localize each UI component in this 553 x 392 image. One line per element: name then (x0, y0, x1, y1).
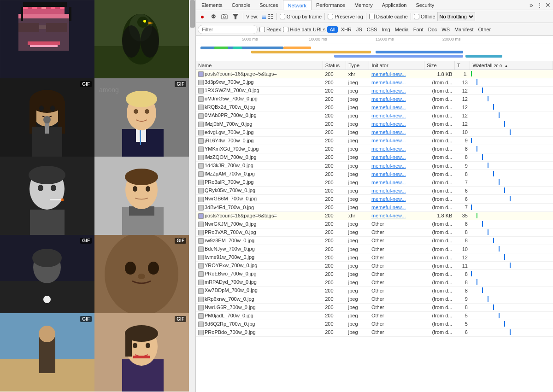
table-row[interactable]: NwrLG6R_700w_0.jpg200jpegOther(from d...… (196, 303, 553, 311)
image-cell-trump[interactable]: GIF among (94, 78, 189, 157)
preserve-log-label[interactable]: Preserve log (328, 14, 363, 19)
col-status[interactable]: Status (323, 61, 346, 70)
waterfall-cell (470, 320, 553, 328)
table-row[interactable]: lwme91w_700w_0.jpg200jpegOther(from d...… (196, 253, 553, 262)
table-row[interactable]: YMKmXGd_700w_0.jpg200jpegmemeful-new...(… (196, 145, 553, 153)
table-row[interactable]: 1RXGWZM_700w_0.jpg200jpegmemeful-new...(… (196, 87, 553, 95)
disable-cache-label[interactable]: Disable cache (369, 14, 408, 19)
media-filter-button[interactable]: Media (394, 26, 410, 33)
other-filter-button[interactable]: Other (477, 26, 493, 33)
left-scrollbar[interactable] (189, 0, 196, 392)
table-row[interactable]: posts?count=16&page=6&tags=200xhrmemeful… (196, 211, 553, 220)
table-row[interactable]: kRp6xnw_700w_0.jpg200jpegOther(from d...… (196, 295, 553, 303)
all-filter-button[interactable]: All (327, 26, 337, 33)
table-row[interactable]: 0MAb0PR_700w_0.jpg200jpegmemeful-new...(… (196, 111, 553, 120)
network-requests-table[interactable]: Name Status Type Initiator Size T Waterf… (196, 61, 553, 392)
svg-rect-10 (23, 9, 65, 14)
filter-button[interactable] (231, 12, 240, 21)
table-row[interactable]: mRPADyd_700w_0.jpg200jpegOther(from d...… (196, 278, 553, 287)
js-filter-button[interactable]: JS (355, 26, 364, 33)
filter-input[interactable] (198, 25, 258, 34)
tab-application[interactable]: Application (377, 0, 412, 10)
table-row[interactable]: Xw7DDpM_700w_0.jpg200jpegOther(from d...… (196, 287, 553, 295)
doc-filter-button[interactable]: Doc (427, 26, 439, 33)
image-cell-man-smoking[interactable] (0, 157, 94, 235)
table-row[interactable]: 9d6Q2Rp_700w_0.jpg200jpegOther(from d...… (196, 320, 553, 328)
tab-memory[interactable]: Memory (350, 0, 377, 10)
record-button[interactable]: ● (198, 12, 207, 21)
tab-performance[interactable]: Performance (312, 0, 350, 10)
table-row[interactable]: PRoEBwo_700w_0.jpg200jpegOther(from d...… (196, 270, 553, 278)
table-row[interactable]: 3dBv4Ed_700w_0.jpg200jpegmemeful-new...(… (196, 203, 553, 211)
customize-icon[interactable]: ⋮ (535, 1, 544, 9)
col-name[interactable]: Name (196, 61, 323, 70)
image-cell-beach[interactable]: GIF (0, 313, 94, 392)
image-cell-bird[interactable] (94, 0, 189, 78)
col-waterfall[interactable]: Waterfall 20.0 ▲ (470, 61, 553, 70)
col-time[interactable]: T (454, 61, 470, 70)
clear-button[interactable]: ⚉ (209, 12, 218, 21)
regex-checkbox[interactable] (259, 27, 265, 32)
preserve-log-checkbox[interactable] (328, 14, 333, 19)
offline-label[interactable]: Offline (414, 14, 435, 19)
table-row[interactable]: NwrGKJM_700w_0.jpg200jpegOther(from d...… (196, 220, 553, 228)
tab-security[interactable]: Security (411, 0, 439, 10)
table-row[interactable]: 1d43kJR_700w_0.jpg200jpegmemeful-new...(… (196, 162, 553, 170)
tab-network[interactable]: Network (283, 0, 312, 10)
hide-data-label[interactable]: Hide data URLs (283, 27, 326, 32)
table-row[interactable]: lMzZQOM_700w_0.jpg200jpegmemeful-new...(… (196, 153, 553, 161)
image-cell-woman[interactable]: GIF (94, 313, 189, 392)
col-initiator[interactable]: Initiator (369, 61, 424, 70)
table-row[interactable]: NwrGB6M_700w_0.jpg200jpegmemeful-new...(… (196, 195, 553, 203)
table-row[interactable]: rw9z8EM_700w_0.jpg200jpegOther(from d...… (196, 236, 553, 245)
col-size[interactable]: Size (424, 61, 455, 70)
css-filter-button[interactable]: CSS (365, 26, 379, 33)
font-filter-button[interactable]: Font (412, 26, 425, 33)
table-row[interactable]: PRo3VAR_700w_0.jpg200jpegOther(from d...… (196, 228, 553, 236)
manifest-filter-button[interactable]: Manifest (453, 26, 475, 33)
offline-checkbox[interactable] (414, 14, 419, 19)
table-row[interactable]: lMzj0bM_700w_0.jpg200jpegmemeful-new...(… (196, 120, 553, 128)
image-grid: GIF GIF among (0, 0, 189, 392)
group-by-frame-checkbox[interactable] (280, 14, 285, 19)
table-row[interactable]: 3d3p9xw_700w_0.jpg200jpegmemeful-new...(… (196, 78, 553, 87)
table-row[interactable]: oMJmG5w_700w_0.jpg200jpegmemeful-new...(… (196, 95, 553, 103)
col-type[interactable]: Type (346, 61, 369, 70)
image-cell-dark1[interactable]: GIF (0, 235, 94, 313)
table-row[interactable]: YROYPxw_700w_0.jpg200jpegOther(from d...… (196, 262, 553, 270)
scroll-thumb[interactable] (190, 0, 195, 28)
hide-data-checkbox[interactable] (283, 27, 288, 32)
table-row[interactable]: jRL6Y4w_700w_0.jpg200jpegmemeful-new...(… (196, 136, 553, 145)
view-list-icon[interactable]: ≣ (261, 13, 267, 20)
image-cell-pixel[interactable] (0, 0, 94, 78)
waterfall-cell (470, 245, 553, 253)
xhr-filter-button[interactable]: XHR (340, 26, 353, 33)
img-filter-button[interactable]: Img (380, 26, 391, 33)
disable-cache-checkbox[interactable] (369, 14, 375, 19)
table-row[interactable]: lMzZpAM_700w_0.jpg200jpegmemeful-new...(… (196, 170, 553, 178)
tab-sources[interactable]: Sources (255, 0, 282, 10)
regex-label[interactable]: Regex (259, 27, 281, 32)
image-cell-face-close[interactable]: GIF (94, 235, 189, 313)
table-row[interactable]: QRyk05w_700w_0.jpg200jpegmemeful-new...(… (196, 187, 553, 195)
timeline-ruler: 5000 ms 10000 ms 15000 ms 20000 ms (196, 36, 553, 43)
table-row[interactable]: edvgLgw_700w_0.jpg200jpegmemeful-new...(… (196, 128, 553, 136)
table-row[interactable]: kRQBx2d_700w_0.jpg200jpegmemeful-new...(… (196, 103, 553, 111)
view-group-icon[interactable]: ☷ (268, 13, 274, 20)
table-row[interactable]: posts?count=16&page=5&tags=200xhrmemeful… (196, 70, 553, 78)
table-row[interactable]: PRoPBdo_700w_0.jpg200jpegOther(from d...… (196, 328, 553, 336)
more-tabs-icon[interactable]: » (527, 1, 535, 9)
image-cell-office[interactable] (94, 157, 189, 235)
ws-filter-button[interactable]: WS (440, 26, 451, 33)
tab-elements[interactable]: Elements (197, 0, 227, 10)
image-cell-musician[interactable]: GIF (0, 78, 94, 157)
waterfall-cell (470, 236, 553, 245)
throttle-select[interactable]: No throttling (437, 12, 475, 21)
close-devtools-icon[interactable]: ✕ (544, 1, 552, 9)
screenshot-button[interactable] (220, 12, 229, 21)
table-row[interactable]: PRo3alR_700w_0.jpg200jpegmemeful-new...(… (196, 178, 553, 187)
table-row[interactable]: PM0jadL_700w_0.jpg200jpegOther(from d...… (196, 311, 553, 320)
group-by-frame-label[interactable]: Group by frame (280, 14, 322, 19)
table-row[interactable]: BdeNJyw_700w_0.jpg200jpegOther(from d...… (196, 245, 553, 253)
tab-console[interactable]: Console (227, 0, 255, 10)
